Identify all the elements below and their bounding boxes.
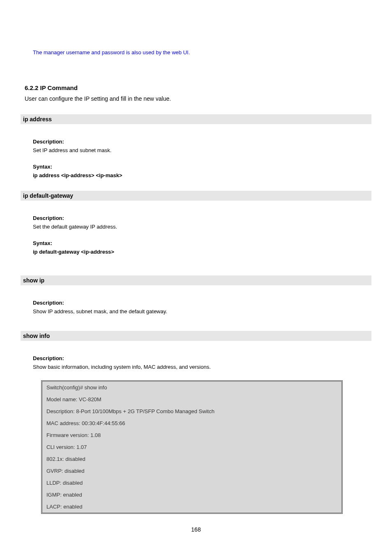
terminal-line: Model name: VC-820M: [42, 393, 341, 405]
terminal-line: Switch(config)# show info: [42, 382, 341, 393]
cmd-show-info-desc-label: Description:: [33, 355, 367, 361]
terminal-line: LACP: enabled: [42, 501, 341, 513]
terminal-line: IGMP: enabled: [42, 489, 341, 501]
cmd-show-info-desc: Show basic information, including system…: [33, 364, 367, 370]
cmd-ip-address-syntax: ip address <ip-address> <ip-mask>: [33, 172, 367, 178]
cmd-ip-gateway-desc-label: Description:: [33, 215, 367, 221]
cmd-ip-gateway-syntax: ip default-gateway <ip-address>: [33, 249, 367, 255]
cmd-ip-address-desc: Set IP address and subnet mask.: [33, 147, 367, 153]
cmd-show-ip-title: show ip: [21, 275, 371, 285]
note-text: The manager username and password is als…: [33, 49, 367, 56]
cmd-show-ip-desc-label: Description:: [33, 300, 367, 306]
page-number: 168: [25, 526, 367, 533]
cmd-show-ip-desc: Show IP address, subnet mask, and the de…: [33, 308, 367, 314]
cmd-show-info-title: show info: [21, 331, 371, 341]
cmd-ip-gateway-syntax-label: Syntax:: [33, 240, 367, 246]
cmd-ip-gateway-title: ip default-gateway: [21, 191, 371, 201]
ip-section-intro: User can configure the IP setting and fi…: [25, 95, 367, 102]
terminal-line: Firmware version: 1.08: [42, 429, 341, 441]
cmd-ip-address-syntax-label: Syntax:: [33, 164, 367, 170]
terminal-line: MAC address: 00:30:4F:44:55:66: [42, 417, 341, 429]
terminal-line: Description: 8-Port 10/100Mbps + 2G TP/S…: [42, 405, 341, 417]
terminal-output: Switch(config)# show info Model name: VC…: [41, 380, 343, 514]
cmd-ip-gateway-desc: Set the default gateway IP address.: [33, 224, 367, 230]
cmd-ip-address-desc-label: Description:: [33, 139, 367, 145]
cmd-ip-address-title: ip address: [21, 114, 371, 124]
terminal-line: GVRP: disabled: [42, 465, 341, 477]
ip-section-heading: 6.2.2 IP Command: [25, 84, 367, 91]
terminal-line: LLDP: disabled: [42, 477, 341, 489]
terminal-line: CLI version: 1.07: [42, 441, 341, 453]
terminal-line: 802.1x: disabled: [42, 453, 341, 465]
